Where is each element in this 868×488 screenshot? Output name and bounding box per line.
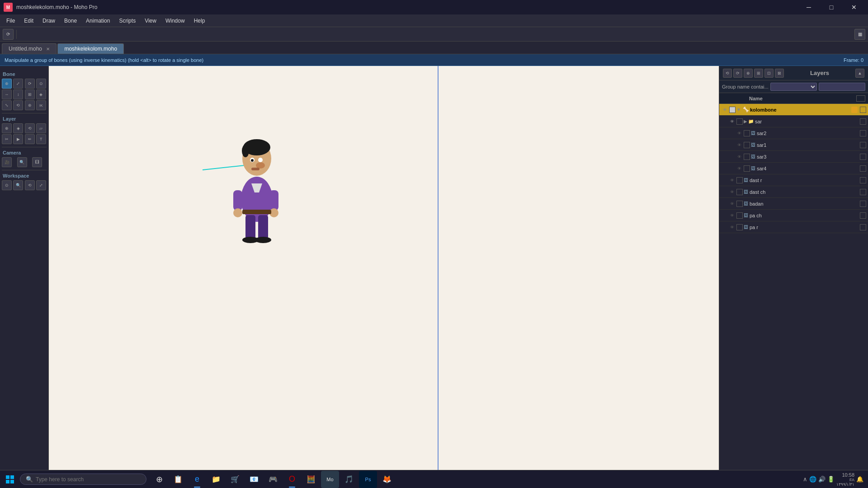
layer-check-sar3[interactable]	[860, 154, 866, 160]
layer-check-sar2[interactable]	[860, 130, 866, 136]
layer-row-sar[interactable]: 👁 ▶ 📁 sar	[719, 116, 868, 127]
group-filter-input[interactable]	[819, 83, 865, 91]
bone-tool-7[interactable]: ⊞	[25, 89, 35, 99]
layer-vis-badan[interactable]	[736, 201, 743, 207]
taskbar-app-ff[interactable]: 🦊	[378, 471, 396, 488]
layer-check-dast-r[interactable]	[860, 177, 866, 183]
layer-check-sar4[interactable]	[860, 165, 866, 172]
layer-expand-kolombone[interactable]: ▼	[736, 107, 741, 112]
layer-expand-sar[interactable]: ▶	[744, 119, 747, 124]
bone-tool-5[interactable]: ↔	[2, 89, 12, 99]
workspace-tool-3[interactable]: ⟲	[25, 180, 35, 190]
layer-tool-3[interactable]: ⟲	[25, 123, 35, 133]
taskbar-app-moho[interactable]: Mo	[321, 471, 339, 488]
toolbar-btn-panel[interactable]: ▦	[854, 29, 865, 40]
tray-notification-icon[interactable]: 🔔	[856, 476, 863, 483]
layer-check-kolombone[interactable]	[860, 107, 866, 113]
layer-row-pa-r[interactable]: 👁 🖼 pa r	[719, 221, 868, 233]
layer-vis-sar4[interactable]	[744, 165, 750, 172]
camera-tool-3[interactable]: 🎞	[32, 157, 42, 167]
layers-tool-3[interactable]: ⊕	[744, 69, 753, 78]
layers-tool-2[interactable]: ⟳	[733, 69, 742, 78]
layer-tool-4[interactable]: ▱	[36, 123, 46, 133]
layers-tool-4[interactable]: ⊞	[754, 69, 763, 78]
taskbar-app-music[interactable]: 🎵	[340, 471, 358, 488]
bone-tool-11[interactable]: ⊛	[25, 100, 35, 110]
layer-vis-sar1[interactable]	[744, 142, 750, 148]
layer-check-pa-r[interactable]	[860, 224, 866, 230]
taskbar-app-search[interactable]: ⊕	[150, 471, 168, 488]
taskbar-app-opera[interactable]: O	[283, 471, 301, 488]
tray-battery-icon[interactable]: 🔋	[827, 476, 835, 483]
layer-row-kolombone[interactable]: 👁 ▼ 🦴 kolombone	[719, 104, 868, 116]
tab-moshke[interactable]: moshkelekolom.moho	[57, 43, 124, 54]
layer-eye-sar2[interactable]: 👁	[736, 130, 743, 137]
workspace-tool-2[interactable]: 🔍	[13, 180, 23, 190]
layer-eye-sar4[interactable]: 👁	[736, 165, 743, 172]
tray-clock[interactable]: 10:58 FA۱۳۹۹/۱/۳۱	[836, 472, 854, 487]
minimize-button[interactable]: ─	[798, 0, 819, 14]
taskbar-app-mail[interactable]: 📧	[245, 471, 263, 488]
layer-vis-pa-r[interactable]	[736, 224, 743, 230]
layers-tool-6[interactable]: ⊠	[775, 69, 784, 78]
layer-tool-2[interactable]: ◈	[13, 123, 23, 133]
layer-tool-6[interactable]: ▶	[13, 134, 23, 144]
bone-tool-12[interactable]: IK	[36, 100, 46, 110]
layers-tool-1[interactable]: ⟲	[723, 69, 732, 78]
layer-row-badan[interactable]: 👁 🖼 badan	[719, 198, 868, 210]
maximize-button[interactable]: □	[821, 0, 842, 14]
layer-check-sar[interactable]	[860, 118, 866, 125]
layer-row-sar3[interactable]: 👁 🖼 sar3	[719, 151, 868, 163]
taskbar-app-files[interactable]: 📋	[169, 471, 187, 488]
taskbar-app-calc[interactable]: 🧮	[302, 471, 320, 488]
bone-tool-8[interactable]: ◈	[36, 89, 46, 99]
tray-network-icon[interactable]: 🌐	[809, 476, 816, 483]
camera-tool-2[interactable]: 🔍	[17, 157, 27, 167]
layer-check-sar1[interactable]	[860, 142, 866, 148]
layer-tool-1[interactable]: ⊕	[2, 123, 12, 133]
layer-vis-sar[interactable]	[736, 118, 743, 125]
group-filter-dropdown[interactable]	[770, 83, 817, 91]
layer-eye-dast-ch[interactable]: 👁	[728, 188, 736, 196]
bone-tool-1[interactable]: ⊕	[2, 79, 12, 89]
layer-vis-sar2[interactable]	[744, 130, 750, 136]
layer-check-pa-ch[interactable]	[860, 212, 866, 219]
layer-check-badan[interactable]	[860, 201, 866, 207]
close-button[interactable]: ✕	[844, 0, 864, 14]
layer-check-dast-ch[interactable]	[860, 189, 866, 195]
taskbar-search-box[interactable]: 🔍	[20, 474, 146, 485]
layer-vis-kolombone[interactable]	[729, 107, 736, 113]
menu-help[interactable]: Help	[189, 16, 210, 26]
layer-tool-8[interactable]: T	[36, 134, 46, 144]
layers-collapse-btn[interactable]: ▲	[855, 69, 864, 78]
menu-window[interactable]: Window	[161, 16, 189, 26]
layer-eye-dast-r[interactable]: 👁	[728, 177, 736, 184]
taskbar-app-ie[interactable]: e	[188, 471, 206, 488]
layer-row-sar4[interactable]: 👁 🖼 sar4	[719, 163, 868, 174]
workspace-tool-1[interactable]: ⊙	[2, 180, 12, 190]
layers-tool-5[interactable]: ⊡	[764, 69, 774, 78]
bone-tool-4[interactable]: ⊙	[36, 79, 46, 89]
layer-vis-dast-r[interactable]	[736, 177, 743, 183]
layer-eye-sar3[interactable]: 👁	[736, 153, 743, 160]
taskbar-app-explorer[interactable]: 📁	[207, 471, 225, 488]
menu-file[interactable]: File	[2, 16, 19, 26]
taskbar-app-game[interactable]: 🎮	[264, 471, 282, 488]
menu-bone[interactable]: Bone	[60, 16, 81, 26]
viewport[interactable]	[49, 66, 719, 475]
layer-eye-sar[interactable]: 👁	[728, 118, 736, 125]
menu-draw[interactable]: Draw	[38, 16, 60, 26]
layer-vis-sar3[interactable]	[744, 154, 750, 160]
camera-tool-1[interactable]: 🎥	[2, 157, 12, 167]
bone-tool-2[interactable]: ⤢	[13, 79, 23, 89]
tray-volume-icon[interactable]: 🔊	[818, 476, 826, 483]
start-button[interactable]	[2, 471, 18, 488]
menu-view[interactable]: View	[140, 16, 161, 26]
tray-expand-icon[interactable]: ∧	[803, 476, 807, 483]
layer-eye-kolombone[interactable]: 👁	[721, 106, 728, 113]
menu-animation[interactable]: Animation	[81, 16, 114, 26]
layer-row-dast-r[interactable]: 👁 🖼 dast r	[719, 174, 868, 186]
bone-tool-6[interactable]: ↕	[13, 89, 23, 99]
workspace-tool-4[interactable]: ⤢	[36, 180, 46, 190]
taskbar-app-ps[interactable]: Ps	[359, 471, 377, 488]
